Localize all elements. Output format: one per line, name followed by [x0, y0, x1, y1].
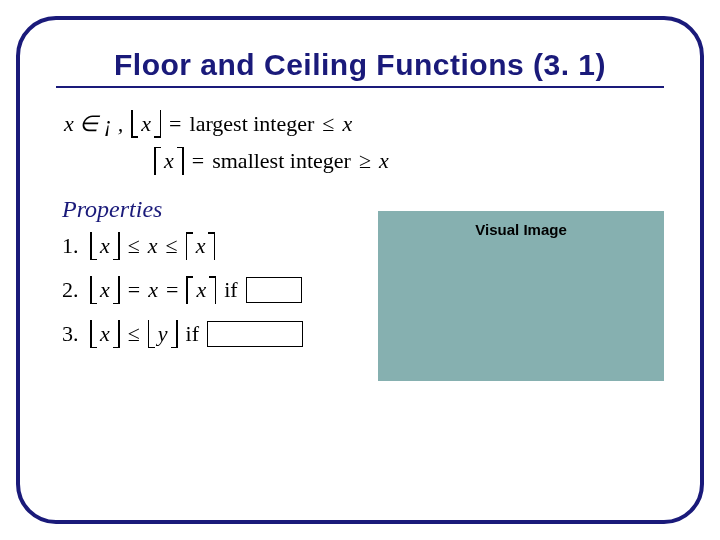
floor-text: largest integer — [190, 106, 315, 141]
if-text: if — [224, 277, 237, 303]
leq-sign: ≤ — [322, 106, 334, 141]
ceil-bracket-icon: x — [154, 146, 184, 176]
equals-sign: = — [169, 106, 181, 141]
ceil-bracket-icon: x — [186, 231, 216, 261]
prop1-ceil-var: x — [193, 233, 209, 259]
domain-text: x ∈ ¡ , — [64, 106, 123, 141]
prop1-mid: x — [148, 233, 158, 259]
prop3-floor-y: y — [155, 321, 171, 347]
floor-var: x — [138, 106, 154, 141]
floor-bracket-icon: x — [90, 231, 120, 261]
if-text: if — [186, 321, 199, 347]
floor-bracket-icon: x — [131, 109, 161, 139]
blank-box — [207, 321, 303, 347]
leq-sign: ≤ — [128, 233, 140, 259]
ceil-bracket-icon: x — [186, 275, 216, 305]
leq-sign: ≤ — [166, 233, 178, 259]
prop-number: 3. — [62, 321, 82, 347]
ceiling-definition: x = smallest integer ≥ x — [154, 143, 664, 178]
properties-list: 1. x ≤ x ≤ x 2. x = x = x if 3. x ≤ — [62, 229, 378, 361]
ceil-var: x — [161, 143, 177, 178]
floor-rhs: x — [342, 106, 352, 141]
geq-sign: ≥ — [359, 143, 371, 178]
visual-image-label: Visual Image — [378, 221, 664, 238]
floor-definition: x ∈ ¡ , x = largest integer ≤ x — [64, 106, 664, 141]
prop-number: 1. — [62, 233, 82, 259]
equals-sign: = — [166, 277, 178, 303]
prop2-mid: x — [148, 277, 158, 303]
property-3: 3. x ≤ y if — [62, 317, 378, 351]
floor-bracket-icon: y — [148, 319, 178, 349]
prop2-ceil-var: x — [193, 277, 209, 303]
floor-bracket-icon: x — [90, 319, 120, 349]
equals-sign: = — [128, 277, 140, 303]
ceil-text: smallest integer — [212, 143, 351, 178]
leq-sign: ≤ — [128, 321, 140, 347]
prop2-floor-var: x — [97, 277, 113, 303]
property-2: 2. x = x = x if — [62, 273, 378, 307]
definitions-block: x ∈ ¡ , x = largest integer ≤ x x = smal… — [64, 106, 664, 178]
slide-frame: Floor and Ceiling Functions (3. 1) x ∈ ¡… — [16, 16, 704, 524]
property-1: 1. x ≤ x ≤ x — [62, 229, 378, 263]
ceil-rhs: x — [379, 143, 389, 178]
floor-bracket-icon: x — [90, 275, 120, 305]
blank-box — [246, 277, 302, 303]
equals-sign: = — [192, 143, 204, 178]
prop1-floor-var: x — [97, 233, 113, 259]
content-columns: 1. x ≤ x ≤ x 2. x = x = x if 3. x ≤ — [56, 223, 664, 381]
prop3-floor-x: x — [97, 321, 113, 347]
visual-image-panel: Visual Image — [378, 211, 664, 381]
slide-title: Floor and Ceiling Functions (3. 1) — [56, 48, 664, 88]
prop-number: 2. — [62, 277, 82, 303]
